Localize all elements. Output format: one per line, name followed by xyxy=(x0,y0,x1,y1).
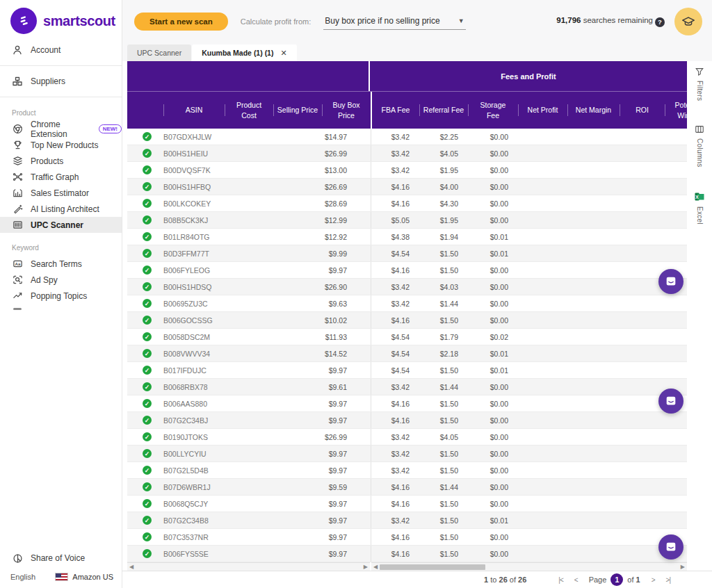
column-header-product-cost[interactable]: Product Cost xyxy=(225,92,273,129)
asin-cell: B006FYS5SE xyxy=(163,546,225,562)
horizontal-scrollbars: ◀ ▶ ◀ ▶ xyxy=(127,562,687,571)
scroll-right-icon[interactable]: ▶ xyxy=(364,564,368,570)
tab-upc-scanner[interactable]: UPC Scanner xyxy=(127,44,191,61)
table-row[interactable]: ✓B07C3537NR$9.97$4.16$1.50$0.00 xyxy=(127,529,687,546)
table-row[interactable]: ✓B07G2L5D4B$9.97$3.42$1.50$0.00 xyxy=(127,462,687,479)
magic-wand-icon xyxy=(12,204,23,215)
table-row[interactable]: ✓B00LKCOKEY$28.69$4.16$4.30$0.00 xyxy=(127,195,687,212)
sidebar-item-ai-listing-architect[interactable]: AI Listing Architect xyxy=(0,201,122,217)
table-row[interactable]: ✓B006FYS5SE$9.97$4.16$1.50$0.00 xyxy=(127,546,687,562)
table-row[interactable]: ✓B07G2C34B8$9.97$3.42$1.50$0.01 xyxy=(127,512,687,529)
table-row[interactable]: ✓B0068Q5CJY$9.97$4.16$1.50$0.00 xyxy=(127,496,687,512)
chat-launcher-button[interactable] xyxy=(658,269,683,294)
topbar-right: 91,796 searches remaining? xyxy=(556,8,702,35)
table-row[interactable]: ✓B00695ZU3C$9.63$3.42$1.44$0.00 xyxy=(127,295,687,312)
sidebar-item-upc-scanner[interactable]: UPC Scanner xyxy=(0,217,122,233)
table-row[interactable]: ✓B0058DSC2M$11.93$4.54$1.79$0.02 xyxy=(127,329,687,345)
sidebar-item-ad-spy[interactable]: Ad Spy xyxy=(0,272,122,288)
table-row[interactable]: ✓B017IFDUJC$9.97$4.54$1.50$0.01 xyxy=(127,362,687,379)
scroll-right-icon[interactable]: ▶ xyxy=(681,564,685,570)
referral-fee-cell: $1.95 xyxy=(419,162,468,178)
table-row[interactable]: ✓B00LLYCYIU$9.97$3.42$1.50$0.00 xyxy=(127,446,687,462)
roi-cell xyxy=(620,179,665,195)
language-selector[interactable]: English xyxy=(10,573,35,581)
prev-page-button[interactable]: < xyxy=(574,576,578,584)
roi-cell xyxy=(620,345,665,361)
selling-price-cell xyxy=(273,312,322,328)
table-row[interactable]: ✓B00DVQSF7K$13.00$3.42$1.95$0.00 xyxy=(127,162,687,179)
table-row[interactable]: ✓B00HS1HDSQ$26.90$3.42$4.03$0.00 xyxy=(127,279,687,295)
sidebar-item-top-new-products[interactable]: Top New Products xyxy=(0,137,122,153)
table-row[interactable]: ✓B08B5CK3KJ$12.99$5.05$1.95$0.00 xyxy=(127,212,687,229)
check-icon: ✓ xyxy=(143,249,152,258)
column-header-net-margin[interactable]: Net Margin xyxy=(567,92,620,129)
excel-export[interactable]: X Excel xyxy=(694,191,705,224)
column-header-potential-winner[interactable]: Potential Winner xyxy=(665,92,687,129)
chat-launcher-button[interactable] xyxy=(658,534,683,560)
column-header-buy-box-price[interactable]: Buy Box Price xyxy=(322,92,371,129)
column-header-net-profit[interactable]: Net Profit xyxy=(518,92,567,129)
sidebar-item-search-terms[interactable]: Aa Search Terms xyxy=(0,256,122,272)
referral-fee-cell: $1.50 xyxy=(419,512,468,528)
sidebar-item-products[interactable]: Products xyxy=(0,153,122,169)
new-badge: NEW! xyxy=(99,124,122,133)
table-row[interactable]: ✓B006AAS880$9.97$4.16$1.50$0.00 xyxy=(127,395,687,412)
referral-fee-cell: $1.50 xyxy=(419,496,468,512)
column-header-asin[interactable]: ASIN xyxy=(163,92,225,129)
table-row[interactable]: ✓B0D3FFM77T$9.99$4.54$1.50$0.01 xyxy=(127,245,687,262)
marketplace-selector[interactable]: Amazon US xyxy=(55,573,113,581)
sidebar-item-sales-estimator[interactable]: Sales Estimator xyxy=(0,185,122,201)
table-row[interactable]: ✓B07GDXHJLW$14.97$3.42$2.25$0.00 xyxy=(127,129,687,145)
table-row[interactable]: ✓B008VWVV34$14.52$4.54$2.18$0.01 xyxy=(127,345,687,362)
roi-cell xyxy=(620,446,665,462)
first-page-button[interactable]: |< xyxy=(558,576,563,584)
scrollbar-thumb[interactable] xyxy=(380,564,485,570)
search-terms-icon: Aa xyxy=(12,259,23,270)
close-icon[interactable]: ✕ xyxy=(280,49,286,58)
table-row[interactable]: ✓B00HS1HEIU$26.99$3.42$4.05$0.00 xyxy=(127,145,687,162)
next-page-button[interactable]: > xyxy=(652,576,655,584)
academy-button[interactable] xyxy=(674,8,702,35)
scroll-left-icon[interactable]: ◀ xyxy=(373,564,378,570)
table-row[interactable]: ✓B0190JTOKS$26.99$3.42$4.05$0.00 xyxy=(127,429,687,446)
left-pane-scrollbar[interactable]: ◀ ▶ xyxy=(127,562,370,571)
tab-kuumba-made[interactable]: Kuumba Made (1) (1) ✕ xyxy=(192,44,296,61)
brand-logo[interactable]: smartscout xyxy=(0,0,122,41)
row-status-cell: ✓ xyxy=(127,262,163,278)
column-header-storage-fee[interactable]: Storage Fee xyxy=(468,92,518,129)
last-page-button[interactable]: >| xyxy=(666,576,670,584)
table-row[interactable]: ✓B07D6WBR1J$9.59$4.16$1.44$0.00 xyxy=(127,479,687,496)
sidebar-item-popping-topics[interactable]: Popping Topics xyxy=(0,288,122,304)
scroll-left-icon[interactable]: ◀ xyxy=(129,564,134,570)
filters-toggle[interactable]: Filters xyxy=(695,67,704,101)
pagination-footer: 1 to 26 of 26 |< < Page 1 of 1 > >| xyxy=(122,571,712,588)
net-profit-cell xyxy=(518,329,567,345)
sidebar-item-suppliers[interactable]: Suppliers xyxy=(0,72,122,90)
storage-fee-cell: $0.00 xyxy=(468,162,518,178)
table-row[interactable]: ✓B07G2C34BJ$9.97$4.16$1.50$0.00 xyxy=(127,412,687,429)
column-header-referral-fee[interactable]: Referral Fee xyxy=(419,92,468,129)
chat-launcher-button[interactable] xyxy=(658,389,683,414)
row-status-cell: ✓ xyxy=(127,195,163,211)
right-pane-scrollbar[interactable]: ◀ ▶ xyxy=(371,562,687,571)
table-row[interactable]: ✓B00HS1HFBQ$26.69$4.16$4.00$0.00 xyxy=(127,179,687,195)
table-row[interactable]: ✓B006FYLEOG$9.97$4.16$1.50$0.00 xyxy=(127,262,687,279)
column-header-fba-fee[interactable]: FBA Fee xyxy=(371,92,419,129)
table-row[interactable]: ✓B01LR84OTG$12.92$4.38$1.94$0.01 xyxy=(127,229,687,245)
product-cost-cell xyxy=(225,546,273,562)
column-header-selling-price[interactable]: Selling Price xyxy=(273,92,322,129)
sidebar-item-chrome-extension[interactable]: Chrome Extension NEW! xyxy=(0,121,122,137)
sidebar-item-account[interactable]: Account xyxy=(0,41,122,59)
asin-cell: B017IFDUJC xyxy=(163,362,225,378)
table-row[interactable]: ✓B0068RBX78$9.61$3.42$1.44$0.00 xyxy=(127,379,687,395)
sidebar-item-share-of-voice[interactable]: Share of Voice xyxy=(0,549,122,567)
help-icon[interactable]: ? xyxy=(655,17,665,27)
start-new-scan-button[interactable]: Start a new scan xyxy=(134,13,228,31)
column-header-roi[interactable]: ROI xyxy=(620,92,665,129)
sidebar-item-traffic-graph[interactable]: Traffic Graph xyxy=(0,169,122,185)
referral-fee-cell: $1.50 xyxy=(419,546,468,562)
product-cost-cell xyxy=(225,229,273,245)
columns-toggle[interactable]: Columns xyxy=(695,124,704,168)
profit-from-select[interactable]: Buy box price if no selling price ▼ xyxy=(323,13,465,30)
table-row[interactable]: ✓B006GOCSSG$10.02$4.16$1.50$0.00 xyxy=(127,312,687,329)
